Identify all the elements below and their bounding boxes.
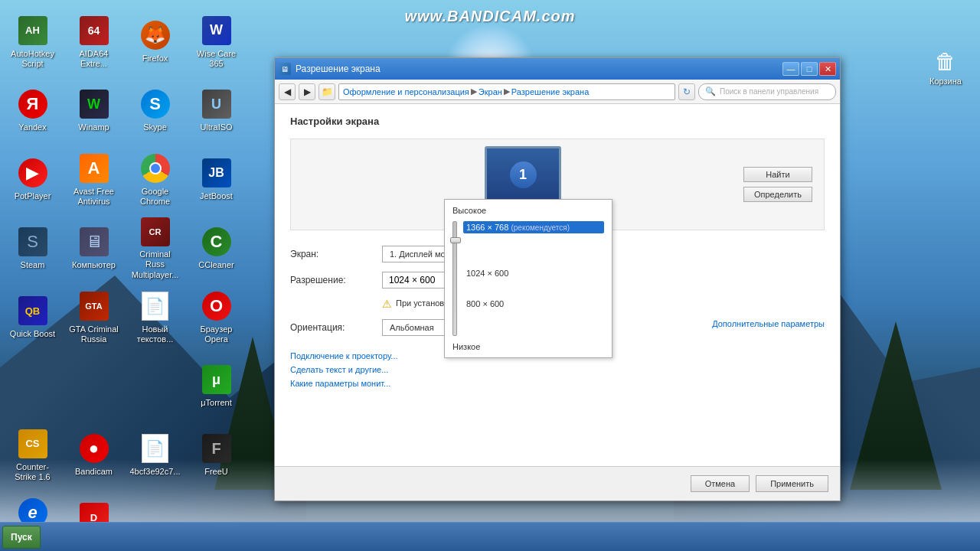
link-monitor-params[interactable]: Какие параметры монит... [290, 379, 825, 388]
icon-yandex-label: Yandex [18, 122, 47, 132]
search-icon: 🔍 [705, 86, 716, 96]
icon-computer[interactable]: 🖥 Компьютер [65, 214, 122, 283]
window-title-icon: 🖥 [279, 63, 291, 75]
search-box[interactable]: 🔍 Поиск в панели управления [698, 83, 836, 100]
icon-ultraiso[interactable]: U UltraISO [188, 77, 245, 145]
path-resolution[interactable]: Разрешение экрана [511, 87, 589, 96]
icon-bandicam[interactable]: ● Bandicam [65, 421, 122, 490]
icon-file-label: 4bcf3e92c7... [129, 467, 180, 477]
close-button[interactable]: ✕ [819, 62, 836, 76]
icon-jetboost-label: JetBoost [200, 191, 233, 201]
window-title-area: 🖥 Разрешение экрана [279, 63, 381, 75]
icon-avast-label: Avast Free Antivirus [69, 187, 119, 207]
icon-skype[interactable]: S Skype [126, 77, 184, 145]
identify-button[interactable]: Определить [743, 187, 812, 202]
path-personalization[interactable]: Оформление и персонализация [343, 87, 469, 96]
res-option-1024[interactable]: 1024 × 600 [463, 267, 604, 279]
restore-button[interactable]: □ [801, 62, 818, 76]
icon-winamp[interactable]: W Winamp [65, 77, 122, 145]
cancel-button[interactable]: Отмена [691, 475, 750, 492]
icon-wisecare-label: Wise Care 365 [191, 49, 241, 69]
taskbar: Пуск [0, 522, 980, 551]
icon-ccleaner[interactable]: C CCleaner [188, 214, 245, 283]
forward-button[interactable]: ▶ [299, 83, 315, 100]
icon-chrome-label: Google Chrome [130, 187, 180, 207]
icon-criminal-russia-label: Criminal Russ Multiplayer... [130, 249, 180, 280]
icon-gta-criminal-label: GTA Criminal Russia [69, 324, 119, 344]
icon-steam-label: Steam [21, 260, 45, 270]
icon-new-text[interactable]: 📄 Новый текстов... [126, 283, 184, 352]
res-high-label: Высокое [452, 206, 604, 215]
res-slider-track [452, 221, 457, 336]
icon-autohotkey-label: AutoHotkey Script [8, 49, 57, 69]
right-desktop-icons: 🗑 Корзина [919, 46, 972, 86]
window-footer: Отмена Применить [275, 466, 840, 500]
icon-skype-label: Skype [143, 122, 167, 132]
icon-jetboost[interactable]: JB JetBoost [188, 145, 245, 214]
monitor-icon: 1 [485, 146, 561, 204]
bandicam-watermark: www.BANDICAM.com [404, 8, 575, 25]
icon-aida64[interactable]: 64 AIDA64 Extre... [65, 8, 122, 77]
res-options-list: 1366 × 768 (рекомендуется) 1024 × 600 80… [463, 221, 604, 313]
recycle-bin-image: 🗑 [930, 46, 961, 77]
link-text-size[interactable]: Сделать текст и другие... [290, 365, 825, 374]
icon-winamp-label: Winamp [78, 122, 109, 132]
icon-file[interactable]: 📄 4bcf3e92c7... [126, 421, 184, 490]
window-addressbar: ◀ ▶ 📁 Оформление и персонализация ▶ Экра… [275, 80, 840, 104]
icon-freeu-label: FreeU [204, 467, 228, 477]
icon-firefox[interactable]: 🦊 Firefox [126, 8, 184, 77]
res-low-label: Низкое [452, 342, 604, 351]
icon-cs16[interactable]: CS Counter-Strike 1.6 [4, 421, 61, 490]
icon-potplayer-label: PotPlayer [15, 191, 51, 201]
res-option-1366-label: 1366 × 768 (рекомендуется) [466, 223, 570, 232]
recycle-bin-icon[interactable]: 🗑 Корзина [919, 46, 972, 86]
icon-wisecare[interactable]: W Wise Care 365 [188, 8, 245, 77]
icon-avast[interactable]: A Avast Free Antivirus [65, 145, 122, 214]
icon-ccleaner-label: CCleaner [198, 260, 234, 270]
recycle-bin-label: Корзина [929, 77, 962, 86]
start-button[interactable]: Пуск [2, 526, 41, 549]
screen-label: Экран: [290, 249, 382, 259]
res-option-1366[interactable]: 1366 × 768 (рекомендуется) [463, 221, 604, 233]
icon-quickboost[interactable]: QB Quick Boost [4, 283, 61, 352]
window-title-text: Разрешение экрана [296, 64, 381, 74]
warning-icon: ⚠ [382, 298, 392, 310]
icon-utorrent[interactable]: μ μTorrent [188, 352, 245, 421]
resolution-label: Разрешение: [290, 275, 382, 285]
icon-criminal-russia[interactable]: CR Criminal Russ Multiplayer... [126, 214, 184, 283]
resolution-dropdown: Высокое 1366 × 768 (рекомендуется) 1024 … [444, 199, 612, 358]
search-placeholder-text: Поиск в панели управления [720, 87, 818, 96]
orientation-label: Ориентация: [290, 322, 382, 333]
icon-potplayer[interactable]: ▶ PotPlayer [4, 145, 61, 214]
folder-button[interactable]: 📁 [318, 83, 335, 100]
icon-opera[interactable]: O Браузер Opera [188, 283, 245, 352]
find-button[interactable]: Найти [743, 167, 812, 182]
res-option-1024-label: 1024 × 600 [466, 269, 508, 278]
icon-yandex[interactable]: Я Yandex [4, 77, 61, 145]
icon-bandicam-label: Bandicam [75, 467, 113, 477]
icon-freeu[interactable]: F FreeU [188, 421, 245, 490]
refresh-button[interactable]: ↻ [678, 83, 695, 100]
icon-gta-criminal[interactable]: GTA GTA Criminal Russia [65, 283, 122, 352]
minimize-button[interactable]: — [782, 62, 799, 76]
icon-computer-label: Компьютер [72, 260, 116, 270]
icon-utorrent-label: μTorrent [201, 398, 232, 408]
apply-button[interactable]: Применить [756, 475, 828, 492]
res-option-800-label: 800 × 600 [466, 299, 504, 308]
icon-chrome[interactable]: Google Chrome [126, 145, 184, 214]
res-recommended-note: (рекомендуется) [511, 223, 570, 232]
resolution-value: 1024 × 600 [389, 275, 435, 285]
window-titlebar: 🖥 Разрешение экрана — □ ✕ [275, 58, 840, 80]
res-option-800[interactable]: 800 × 600 [463, 298, 604, 310]
res-slider-area: 1366 × 768 (рекомендуется) 1024 × 600 80… [452, 221, 604, 336]
slider-thumb[interactable] [450, 237, 461, 243]
path-screen[interactable]: Экран [479, 87, 502, 96]
icon-ultraiso-label: UltraISO [200, 122, 232, 132]
icon-firefox-label: Firefox [142, 54, 168, 64]
back-button[interactable]: ◀ [279, 83, 296, 100]
icon-steam[interactable]: S Steam [4, 214, 61, 283]
icon-cs16-label: Counter-Strike 1.6 [8, 462, 57, 482]
resolution-slider[interactable] [452, 221, 457, 336]
icon-autohotkey[interactable]: AH AutoHotkey Script [4, 8, 61, 77]
monitor-number: 1 [510, 161, 537, 188]
